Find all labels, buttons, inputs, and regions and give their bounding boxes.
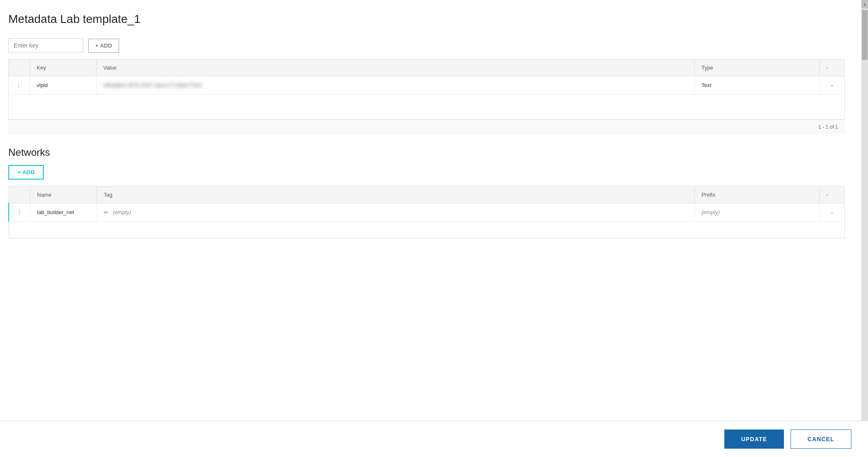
pagination-text: 1 - 1 of 1 [818,124,838,130]
metadata-add-button[interactable]: + ADD [88,39,119,52]
metadata-value-cell: 4f83d9b4 3076 4397 b8ca f77c8b677502 [97,76,695,95]
table-row-empty [9,95,845,120]
networks-drag-handle-cell: ⋮ [9,203,30,222]
edit-tag-icon[interactable]: ✏ [104,209,109,216]
networks-add-row: + ADD [8,165,845,180]
cancel-button[interactable]: CANCEL [791,430,851,449]
networks-section-title: Networks [8,147,845,158]
networks-table: Name Tag Prefix - ⋮ lab_builder_net ✏ (e… [8,186,845,238]
networks-col-name: Name [30,187,97,203]
metadata-col-key: Key [30,60,97,76]
networks-drag-handle-icon[interactable]: ⋮ [16,209,23,216]
empty-cell [9,222,845,238]
scrollbar-up-arrow[interactable]: ▲ [861,0,868,8]
drag-handle-icon[interactable]: ⋮ [15,82,23,89]
table-row: ⋮ vlpid 4f83d9b4 3076 4397 b8ca f77c8b67… [9,76,845,95]
metadata-col-value: Value [97,60,695,76]
scrollbar-thumb[interactable] [862,10,868,60]
page-title: Metadata Lab template_1 [8,12,845,26]
table-row: ⋮ lab_builder_net ✏ (empty) (empty) - [9,203,845,222]
bottom-actions: UPDATE CANCEL [0,421,868,457]
networks-name-cell: lab_builder_net [30,203,97,222]
metadata-pagination: 1 - 1 of 1 [8,120,845,134]
networks-dash-cell: - [820,203,845,222]
networks-col-handle [9,187,30,203]
networks-tag-value: (empty) [113,209,131,215]
update-button[interactable]: UPDATE [724,430,784,449]
networks-col-prefix: Prefix [695,187,820,203]
networks-add-button[interactable]: + ADD [8,165,44,180]
networks-tag-cell: ✏ (empty) [97,203,695,222]
metadata-dash-cell: - [820,76,845,95]
networks-table-header: Name Tag Prefix - [9,187,845,203]
metadata-col-type: Type [695,60,820,76]
networks-table-row-empty [9,222,845,238]
metadata-type-cell: Text [695,76,820,95]
drag-handle-cell: ⋮ [9,76,30,95]
key-input[interactable] [8,38,83,52]
metadata-col-handle [9,60,30,76]
empty-cell [9,95,845,120]
networks-prefix-cell: (empty) [695,203,820,222]
metadata-table: Key Value Type - ⋮ vlpid 4f83d9b4 3076 4… [8,59,845,120]
networks-col-tag: Tag [97,187,695,203]
networks-col-dash: - [820,187,845,203]
key-input-row: + ADD [8,38,845,52]
metadata-table-header: Key Value Type - [9,60,845,76]
metadata-key-cell: vlpid [30,76,97,95]
metadata-col-dash: - [820,60,845,76]
networks-prefix-value: (empty) [701,209,720,215]
scrollbar-track: ▲ ▼ [861,0,868,457]
metadata-value-blurred: 4f83d9b4 3076 4397 b8ca f77c8b677502 [103,82,202,88]
